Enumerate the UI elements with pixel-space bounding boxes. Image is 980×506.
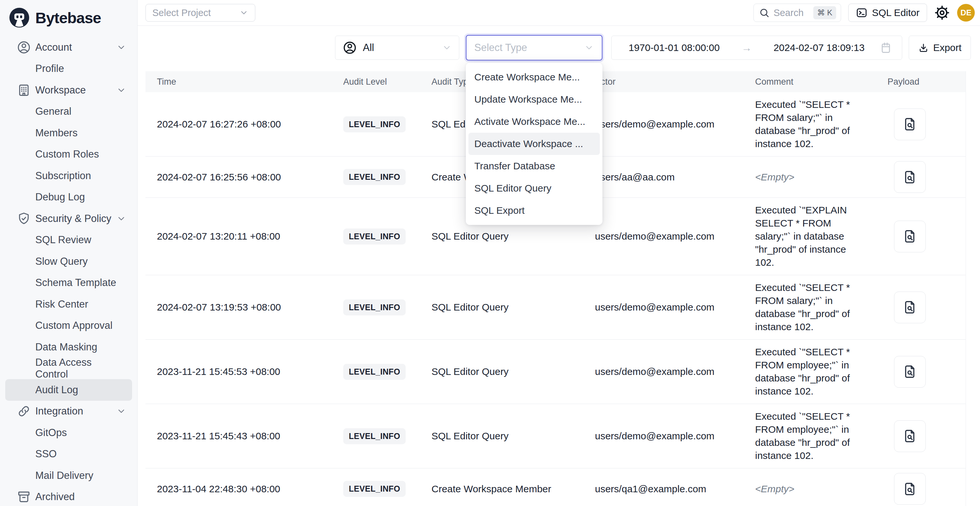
type-filter-select[interactable]: Select Type: [466, 35, 603, 60]
sidebar-group-security-policy[interactable]: Security & Policy: [5, 208, 132, 229]
sidebar-item-sql-review[interactable]: SQL Review: [5, 229, 132, 251]
type-option-activate-workspace-me[interactable]: Activate Workspace Me...: [468, 110, 600, 133]
payload-view-button[interactable]: [894, 108, 926, 140]
sidebar-item-general[interactable]: General: [5, 101, 132, 123]
download-icon: [918, 43, 929, 53]
payload-view-button[interactable]: [894, 291, 926, 323]
sidebar-item-label: Slow Query: [35, 256, 88, 267]
avatar[interactable]: DE: [957, 4, 975, 22]
sidebar-item-gitops[interactable]: GitOps: [5, 422, 132, 444]
type-option-create-workspace-me[interactable]: Create Workspace Me...: [468, 66, 600, 88]
chevron-down-icon: [116, 214, 126, 224]
sidebar-group-archived[interactable]: Archived: [5, 486, 132, 506]
payload-view-button[interactable]: [894, 420, 926, 452]
sidebar-item-label: Members: [35, 127, 78, 139]
type-filter-dropdown: Create Workspace Me...Update Workspace M…: [466, 63, 603, 225]
sidebar-group-integration[interactable]: Integration: [5, 401, 132, 422]
column-header-time: Time: [145, 77, 343, 87]
search-icon: [759, 8, 770, 18]
sidebar-item-schema-template[interactable]: Schema Template: [5, 272, 132, 294]
type-option-transfer-database[interactable]: Transfer Database: [468, 155, 600, 177]
cell-payload: [883, 157, 966, 197]
chevron-down-icon: [116, 85, 126, 95]
column-header-audit-level: Audit Level: [343, 77, 431, 87]
search-input[interactable]: Search ⌘ K: [754, 3, 841, 22]
date-to: 2024-02-07 18:09:13: [773, 42, 865, 53]
cell-actor: users/demo@example.com: [595, 366, 755, 377]
archive-icon: [17, 490, 31, 504]
sidebar-group-workspace[interactable]: Workspace: [5, 80, 132, 101]
payload-view-button[interactable]: [894, 221, 926, 252]
cell-audit-type: SQL Editor Query: [431, 302, 595, 313]
sidebar-item-label: SQL Review: [35, 234, 91, 246]
sidebar-item-custom-roles[interactable]: Custom Roles: [5, 144, 132, 165]
chevron-down-icon: [442, 43, 452, 53]
actor-filter-select[interactable]: All: [335, 36, 459, 60]
type-option-sql-export[interactable]: SQL Export: [468, 199, 600, 222]
sidebar-item-profile[interactable]: Profile: [5, 58, 132, 80]
user-circle-icon: [342, 41, 357, 55]
sidebar-nav: AccountProfileWorkspaceGeneralMembersCus…: [0, 35, 137, 506]
type-filter-placeholder: Select Type: [474, 42, 527, 54]
sidebar-item-label: Subscription: [35, 170, 91, 182]
empty-comment-placeholder: <Empty>: [755, 172, 794, 182]
sidebar-item-members[interactable]: Members: [5, 122, 132, 144]
file-search-icon: [902, 170, 918, 185]
sidebar-item-data-masking[interactable]: Data Masking: [5, 336, 132, 358]
topbar-right: Search ⌘ K SQL Editor DE: [754, 3, 975, 22]
cell-payload: [883, 352, 966, 392]
chevron-down-icon: [116, 406, 126, 416]
file-search-icon: [902, 364, 918, 379]
calendar-icon: [880, 41, 892, 54]
file-search-icon: [902, 482, 918, 496]
date-range-picker[interactable]: 1970-01-01 08:00:00 → 2024-02-07 18:09:1…: [611, 36, 902, 60]
sidebar-item-risk-center[interactable]: Risk Center: [5, 294, 132, 315]
brand-name: Bytebase: [35, 9, 101, 27]
payload-view-button[interactable]: [894, 356, 926, 388]
sidebar: Bytebase AccountProfileWorkspaceGeneralM…: [0, 0, 138, 506]
sidebar-item-label: SSO: [35, 448, 57, 460]
user-circle-icon: [17, 40, 31, 54]
file-search-icon: [902, 300, 918, 315]
actor-filter-value: All: [363, 42, 374, 54]
sql-editor-label: SQL Editor: [872, 7, 920, 18]
table-row: 2024-02-07 13:19:53 +08:00LEVEL_INFOSQL …: [145, 275, 966, 340]
type-option-sql-editor-query[interactable]: SQL Editor Query: [468, 177, 600, 199]
cell-audit-type: SQL Editor Query: [431, 231, 595, 242]
column-header-comment: Comment: [755, 77, 883, 87]
sidebar-item-custom-approval[interactable]: Custom Approval: [5, 315, 132, 337]
sidebar-item-sso[interactable]: SSO: [5, 444, 132, 465]
cell-payload: [883, 287, 966, 328]
sidebar-item-subscription[interactable]: Subscription: [5, 165, 132, 187]
sidebar-item-label: General: [35, 106, 71, 117]
sidebar-item-mail-delivery[interactable]: Mail Delivery: [5, 465, 132, 486]
cell-audit-level: LEVEL_INFO: [343, 428, 431, 444]
type-option-update-workspace-me[interactable]: Update Workspace Me...: [468, 88, 600, 110]
payload-view-button[interactable]: [894, 161, 926, 193]
cell-audit-level: LEVEL_INFO: [343, 481, 431, 497]
cell-comment: Executed `"EXPLAIN SELECT * FROM salary;…: [755, 198, 865, 275]
sidebar-item-slow-query[interactable]: Slow Query: [5, 251, 132, 272]
type-option-deactivate-workspace[interactable]: Deactivate Workspace ...: [468, 133, 600, 155]
cell-audit-level: LEVEL_INFO: [343, 299, 431, 315]
sidebar-group-account[interactable]: Account: [5, 37, 132, 58]
project-select[interactable]: Select Project: [145, 4, 255, 22]
sidebar-item-debug-log[interactable]: Debug Log: [5, 187, 132, 208]
cell-audit-type: Create Workspace Member: [431, 484, 595, 495]
export-button[interactable]: Export: [909, 36, 971, 60]
sidebar-group-label: Workspace: [35, 84, 86, 96]
sidebar-item-data-access-control[interactable]: Data Access Control: [5, 358, 132, 380]
sidebar-item-label: GitOps: [35, 427, 67, 439]
cell-audit-type: SQL Editor Query: [431, 431, 595, 442]
chevron-down-icon: [116, 43, 126, 52]
sql-editor-button[interactable]: SQL Editor: [848, 3, 927, 22]
bytebase-logo[interactable]: Bytebase: [0, 0, 137, 35]
file-search-icon: [902, 229, 918, 244]
payload-view-button[interactable]: [894, 473, 926, 505]
cell-time: 2024-02-07 16:27:26 +08:00: [145, 119, 343, 130]
sidebar-item-audit-log[interactable]: Audit Log: [5, 379, 132, 401]
main-area: Select Project Search ⌘ K SQL: [138, 0, 980, 506]
gear-icon[interactable]: [934, 5, 950, 21]
sidebar-item-label: Risk Center: [35, 298, 88, 310]
sidebar-item-label: Debug Log: [35, 191, 85, 203]
